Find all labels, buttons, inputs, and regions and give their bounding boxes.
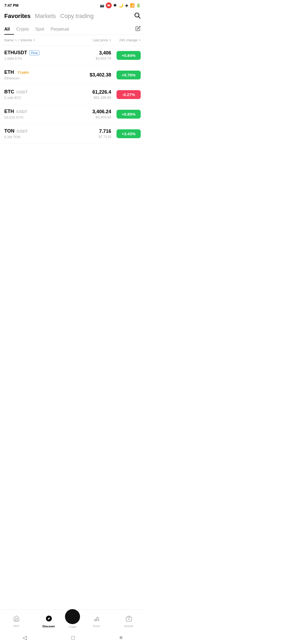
top-nav: Favorites Markets Copy trading [0, 10, 145, 24]
row-left: TON /USDT 6.1M TON [4, 128, 71, 139]
market-row[interactable]: TON /USDT 6.1M TON 7.716 $7.7110 +3.43% [0, 124, 145, 144]
wifi-icon: 📶 [130, 3, 135, 8]
tab-spot[interactable]: Spot [35, 24, 49, 34]
row-volume: Ethereum [4, 76, 71, 80]
change-badge: -0.27% [117, 90, 141, 99]
nav-markets[interactable]: Markets [35, 13, 56, 20]
tab-all[interactable]: All [4, 24, 14, 34]
coin-name: ETHUSDT [4, 50, 27, 56]
sub-tabs: All Crypto Spot Perpetual [0, 24, 145, 35]
row-change: +0.76% [111, 71, 141, 79]
price-main: $3,402.38 [71, 72, 111, 78]
market-row[interactable]: ETH Crypto Ethereum $3,402.38 +0.76% [0, 65, 145, 85]
price-usd: $7.7110 [71, 135, 111, 139]
col-price-header[interactable]: Last price ⇅ [71, 38, 111, 42]
price-main: 61,226.4 [71, 89, 111, 95]
row-volume: 53.81K ETH [4, 115, 71, 119]
tab-perpetual[interactable]: Perpetual [51, 24, 74, 34]
change-badge: +3.43% [117, 129, 141, 138]
row-price: 61,226.4 $61,186.60 [71, 89, 111, 100]
price-main: 7.716 [71, 129, 111, 134]
row-left: ETH /USDT 53.81K ETH [4, 109, 71, 119]
row-left: BTC /USDT 5.14K BTC [4, 89, 71, 100]
row-name-line: ETH /USDT [4, 109, 71, 114]
volume-sort-icon[interactable]: ⇅ [33, 39, 35, 42]
status-time: 7:47 PM [4, 3, 19, 8]
coin-name: ETH [4, 69, 14, 75]
row-volume: 6.1M TON [4, 135, 71, 139]
change-sort-icon[interactable]: ⇅ [139, 39, 141, 42]
row-volume: 1.06M ETH [4, 57, 71, 61]
row-name-line: TON /USDT [4, 128, 71, 134]
row-volume: 5.14K BTC [4, 96, 71, 100]
price-usd: $3,404.03 [71, 115, 111, 119]
row-price: 7.716 $7.7110 [71, 129, 111, 139]
search-icon[interactable] [134, 12, 141, 20]
row-name-line: ETH Crypto [4, 69, 71, 75]
row-left: ETHUSDT Perp 1.06M ETH [4, 50, 71, 61]
price-usd: $3,403.79 [71, 56, 111, 60]
row-price: 3,406.24 $3,404.03 [71, 109, 111, 119]
bluetooth-icon: ✱ [113, 3, 117, 8]
status-bar: 7:47 PM 📷 ✱ 🌙 ◈ 📶 🔋 [0, 0, 145, 10]
row-change: +0.84% [111, 51, 141, 60]
change-badge: +0.85% [117, 110, 141, 119]
nav-favorites[interactable]: Favorites [4, 13, 31, 20]
video-icon: 📷 [100, 3, 104, 8]
status-icons: 📷 ✱ 🌙 ◈ 📶 🔋 [100, 2, 141, 8]
row-change: -0.27% [111, 90, 141, 99]
col-change-header[interactable]: 24h change ⇅ [111, 38, 141, 42]
badge-perp: Perp [29, 50, 39, 55]
battery-icon: 🔋 [136, 3, 141, 8]
price-main: 3,406 [71, 50, 111, 56]
change-badge: +0.76% [117, 71, 141, 79]
row-change: +0.85% [111, 110, 141, 119]
row-name-line: ETHUSDT Perp [4, 50, 71, 56]
table-header: Name ⇅ / Volume ⇅ Last price ⇅ 24h chang… [0, 35, 145, 46]
coin-pair: /USDT [16, 109, 27, 114]
price-sort-icon[interactable]: ⇅ [109, 39, 111, 42]
row-name-line: BTC /USDT [4, 89, 71, 95]
coin-pair: /USDT [16, 90, 28, 94]
market-rows-container: ETHUSDT Perp 1.06M ETH 3,406 $3,403.79 +… [0, 46, 145, 144]
market-row[interactable]: ETHUSDT Perp 1.06M ETH 3,406 $3,403.79 +… [0, 46, 145, 65]
badge-crypto: Crypto [16, 70, 31, 75]
svg-line-1 [139, 17, 140, 18]
market-row[interactable]: ETH /USDT 53.81K ETH 3,406.24 $3,404.03 … [0, 104, 145, 124]
price-usd: $61,186.60 [71, 96, 111, 100]
moon-icon: 🌙 [118, 3, 124, 8]
row-price: 3,406 $3,403.79 [71, 50, 111, 60]
change-badge: +0.84% [117, 51, 141, 60]
record-icon [106, 2, 112, 8]
edit-icon[interactable] [133, 24, 141, 35]
price-main: 3,406.24 [71, 109, 111, 115]
market-row[interactable]: BTC /USDT 5.14K BTC 61,226.4 $61,186.60 … [0, 85, 145, 104]
name-sort-icon[interactable]: ⇅ [15, 39, 17, 42]
nav-copy-trading[interactable]: Copy trading [60, 13, 94, 20]
coin-name: BTC [4, 89, 14, 95]
col-name-header[interactable]: Name ⇅ / Volume ⇅ [4, 38, 71, 42]
coin-pair: /USDT [17, 129, 28, 133]
tab-crypto[interactable]: Crypto [16, 24, 33, 34]
coin-name: TON [4, 128, 15, 134]
signal-icon: ◈ [125, 3, 128, 8]
row-change: +3.43% [111, 129, 141, 138]
row-price: $3,402.38 [71, 72, 111, 78]
coin-name: ETH [4, 109, 14, 114]
row-left: ETH Crypto Ethereum [4, 69, 71, 80]
